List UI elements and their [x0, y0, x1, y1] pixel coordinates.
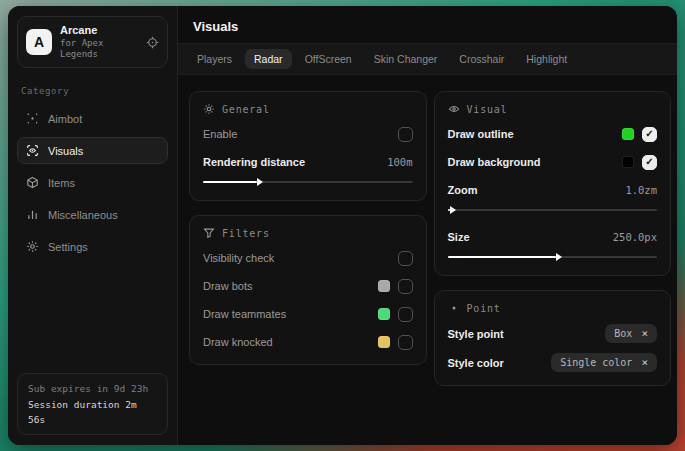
draw-knocked-color-swatch[interactable] [378, 336, 390, 348]
tab-offscreen[interactable]: OffScreen [296, 49, 361, 69]
visibility-check-checkbox[interactable] [398, 251, 413, 266]
style-color-row: Style color Single color × [448, 353, 658, 372]
app-name: Arcane [60, 24, 138, 38]
filters-panel-title: Filters [203, 227, 413, 239]
page-title: Visuals [193, 19, 662, 34]
tab-skin-changer[interactable]: Skin Changer [365, 49, 447, 69]
visibility-check-label: Visibility check [203, 252, 274, 264]
zoom-row: Zoom 1.0zm [448, 181, 658, 199]
visual-panel: Visual Draw outline Draw background [434, 91, 672, 276]
gear-icon [26, 240, 39, 253]
close-icon[interactable]: × [641, 357, 648, 368]
draw-teammates-checkbox[interactable] [398, 307, 413, 322]
style-color-label: Style color [448, 357, 504, 369]
sidebar-item-label: Items [48, 177, 75, 189]
draw-outline-row: Draw outline [448, 125, 658, 143]
zoom-slider[interactable] [448, 205, 658, 215]
tab-bar: Players Radar OffScreen Skin Changer Cro… [178, 43, 677, 75]
style-color-tag[interactable]: Single color × [551, 353, 657, 372]
draw-background-color-swatch[interactable] [622, 156, 634, 168]
rendering-distance-value: 100m [387, 156, 412, 168]
general-panel: General Enable Rendering distance 100m [189, 91, 427, 201]
point-panel-title: Point [448, 302, 658, 314]
left-column: General Enable Rendering distance 100m [189, 91, 427, 365]
box-icon [26, 176, 39, 189]
zoom-label: Zoom [448, 184, 478, 196]
style-point-tag[interactable]: Box × [605, 324, 657, 343]
tab-players[interactable]: Players [188, 49, 241, 69]
style-point-tag-text: Box [614, 328, 632, 339]
sidebar-spacer [17, 260, 168, 373]
style-point-row: Style point Box × [448, 324, 658, 343]
slider-track [448, 209, 658, 211]
draw-knocked-label: Draw knocked [203, 336, 273, 348]
tab-radar[interactable]: Radar [245, 49, 292, 69]
sun-icon [203, 103, 215, 115]
draw-background-label: Draw background [448, 156, 541, 168]
draw-bots-label: Draw bots [203, 280, 253, 292]
sub-expiry-text: Sub expires in 9d 23h [28, 381, 157, 396]
style-color-tag-text: Single color [560, 357, 632, 368]
slider-fill [448, 256, 557, 258]
sidebar-item-settings[interactable]: Settings [17, 233, 168, 260]
category-label: Category [21, 86, 164, 96]
target-settings-icon[interactable] [146, 36, 159, 49]
bar-chart-icon [26, 208, 39, 221]
visual-title-text: Visual [467, 104, 508, 115]
enable-label: Enable [203, 128, 237, 140]
tab-highlight[interactable]: Highlight [517, 49, 576, 69]
draw-background-checkbox[interactable] [642, 155, 657, 170]
style-point-label: Style point [448, 328, 504, 340]
sidebar-nav: Aimbot Visuals [17, 105, 168, 260]
size-value: 250.0px [613, 231, 657, 243]
enable-checkbox[interactable] [398, 127, 413, 142]
sidebar-item-items[interactable]: Items [17, 169, 168, 196]
visual-panel-title: Visual [448, 103, 658, 115]
zoom-value: 1.0zm [625, 184, 657, 196]
app-window: A Arcane for Apex Legends Category [8, 6, 677, 445]
point-title-text: Point [467, 303, 501, 314]
scan-eye-icon [26, 144, 39, 157]
enable-row: Enable [203, 125, 413, 143]
sidebar-item-label: Miscellaneous [48, 209, 118, 221]
draw-teammates-row: Draw teammates [203, 305, 413, 323]
sidebar: A Arcane for Apex Legends Category [8, 6, 178, 445]
draw-bots-row: Draw bots [203, 277, 413, 295]
sidebar-item-visuals[interactable]: Visuals [17, 137, 168, 164]
point-panel: Point Style point Box × Style color Sing… [434, 290, 672, 386]
size-slider[interactable] [448, 252, 658, 262]
general-title-text: General [222, 104, 270, 115]
draw-bots-checkbox[interactable] [398, 279, 413, 294]
draw-outline-checkbox[interactable] [642, 127, 657, 142]
app-logo: A [26, 29, 52, 55]
size-label: Size [448, 231, 470, 243]
eye-icon [448, 103, 460, 115]
main-area: Visuals Players Radar OffScreen Skin Cha… [178, 6, 677, 445]
draw-knocked-row: Draw knocked [203, 333, 413, 351]
draw-background-row: Draw background [448, 153, 658, 171]
session-duration-text: Session duration 2m 56s [28, 397, 157, 427]
close-icon[interactable]: × [641, 328, 648, 339]
funnel-icon [203, 227, 215, 239]
draw-bots-color-swatch[interactable] [378, 280, 390, 292]
draw-teammates-label: Draw teammates [203, 308, 286, 320]
general-panel-title: General [203, 103, 413, 115]
tab-crosshair[interactable]: Crosshair [450, 49, 513, 69]
sidebar-item-miscellaneous[interactable]: Miscellaneous [17, 201, 168, 228]
crosshair-icon [26, 112, 39, 125]
draw-outline-color-swatch[interactable] [622, 128, 634, 140]
sidebar-item-label: Visuals [48, 145, 83, 157]
visibility-check-row: Visibility check [203, 249, 413, 267]
subscription-card: Sub expires in 9d 23h Session duration 2… [17, 373, 168, 435]
brand-card: A Arcane for Apex Legends [17, 16, 168, 68]
filters-panel: Filters Visibility check Draw bots [189, 215, 427, 365]
sidebar-item-label: Settings [48, 241, 88, 253]
rendering-distance-slider[interactable] [203, 177, 413, 187]
draw-knocked-checkbox[interactable] [398, 335, 413, 350]
point-dot-icon [448, 302, 460, 314]
slider-fill [448, 209, 450, 211]
app-logo-letter: A [34, 34, 44, 50]
draw-teammates-color-swatch[interactable] [378, 308, 390, 320]
sidebar-item-aimbot[interactable]: Aimbot [17, 105, 168, 132]
filters-title-text: Filters [222, 228, 270, 239]
